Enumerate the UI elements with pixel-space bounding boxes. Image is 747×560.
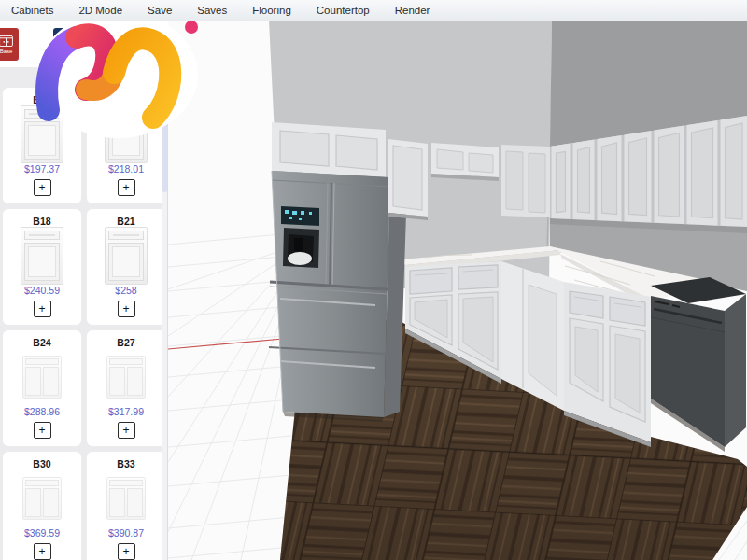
cabinet-thumbnail (21, 105, 63, 163)
product-price: $390.87 (108, 527, 144, 539)
product-sku: B15 (117, 94, 134, 105)
product-price: $240.59 (24, 285, 60, 296)
3d-canvas[interactable] (168, 21, 747, 560)
menu-saves[interactable]: Saves (197, 5, 227, 16)
tall-cabinet (388, 139, 428, 220)
product-card-b15[interactable]: B15 $218.01 + (87, 88, 165, 203)
fridge-dispenser (283, 228, 319, 268)
product-price: $258 (115, 285, 136, 296)
product-sku: B33 (117, 458, 134, 469)
add-to-design-button[interactable]: + (118, 543, 135, 560)
product-card-b33[interactable]: B33 $390.87 + (87, 452, 165, 560)
product-card-b21[interactable]: B21 $258 + (87, 209, 165, 325)
kitchen-designer-app: { "menubar": { "items": ["Cabinets", "2D… (0, 0, 747, 560)
category-label: Access (112, 49, 130, 54)
product-price: $369.59 (24, 527, 60, 539)
category-button-uncat[interactable]: Uncat (138, 28, 164, 61)
cabinet-icon (59, 38, 73, 49)
product-sku: B21 (117, 216, 134, 227)
cabinet-thumbnail (106, 356, 146, 399)
category-button-utility[interactable]: Utility (80, 28, 105, 61)
product-price: $288.96 (24, 406, 60, 417)
menu-cabinets[interactable]: Cabinets (11, 5, 53, 16)
fridge-display (281, 206, 319, 226)
category-label: Utility (86, 49, 100, 54)
product-sku: B12 (33, 94, 50, 105)
product-sku: B24 (33, 337, 50, 348)
cabinet-thumbnail (22, 356, 62, 399)
cabinet-thumbnail (105, 227, 148, 285)
product-sku: B30 (33, 458, 50, 469)
add-to-design-button[interactable]: + (118, 179, 135, 196)
product-sku: B18 (33, 216, 50, 227)
cabinet-icon (115, 35, 129, 47)
menu-countertop[interactable]: Countertop (317, 5, 370, 16)
product-sku: B27 (117, 337, 134, 348)
menu-2d-mode[interactable]: 2D Mode (78, 5, 122, 16)
add-to-design-button[interactable]: + (118, 422, 135, 439)
product-card-b12[interactable]: B12 $197.37 + (3, 88, 81, 203)
category-button-base[interactable]: Base (0, 28, 19, 61)
product-card-b30[interactable]: B30 $369.59 + (3, 452, 81, 560)
category-label: Uncat (144, 49, 159, 54)
menu-render[interactable]: Render (395, 5, 430, 16)
add-to-design-button[interactable]: + (34, 301, 51, 317)
add-to-design-button[interactable]: + (34, 422, 51, 439)
cabinet-thumbnail (106, 477, 146, 520)
cabinet-thumbnail (22, 477, 62, 520)
menu-save[interactable]: Save (148, 5, 172, 16)
cabinet-icon (145, 35, 159, 47)
category-bar: Base Utility Access Uncat (0, 21, 168, 67)
product-price: $317.99 (108, 406, 144, 417)
add-to-design-button[interactable]: + (34, 543, 51, 560)
top-menu-bar: Cabinets 2D Mode Save Saves Flooring Cou… (0, 0, 747, 21)
cabinet-icon (86, 35, 100, 47)
add-to-design-button[interactable]: + (118, 301, 135, 317)
cabinet-thumbnail (21, 227, 63, 285)
cabinet-icon (0, 35, 13, 47)
add-to-design-button[interactable]: + (34, 179, 51, 196)
product-card-b24[interactable]: B24 $288.96 + (3, 330, 81, 446)
menu-flooring[interactable]: Flooring (252, 5, 291, 16)
product-price: $218.01 (108, 163, 144, 175)
product-card-b18[interactable]: B18 $240.59 + (3, 209, 81, 325)
product-price: $197.37 (24, 163, 60, 175)
category-button-hidden[interactable] (53, 28, 78, 61)
category-button-access[interactable]: Access (108, 28, 134, 61)
viewport-3d (168, 21, 747, 560)
product-card-b27[interactable]: B27 $317.99 + (87, 330, 165, 446)
product-sidebar: Base Utility Access Uncat B12 (0, 21, 168, 560)
sidebar-scrollbar[interactable] (162, 67, 167, 560)
category-label: Base (0, 49, 12, 54)
cabinet-thumbnail (105, 105, 148, 163)
refrigerator (269, 171, 407, 422)
product-card-list: B12 $197.37 + B15 $218.01 + B18 $240.59 … (3, 88, 165, 560)
